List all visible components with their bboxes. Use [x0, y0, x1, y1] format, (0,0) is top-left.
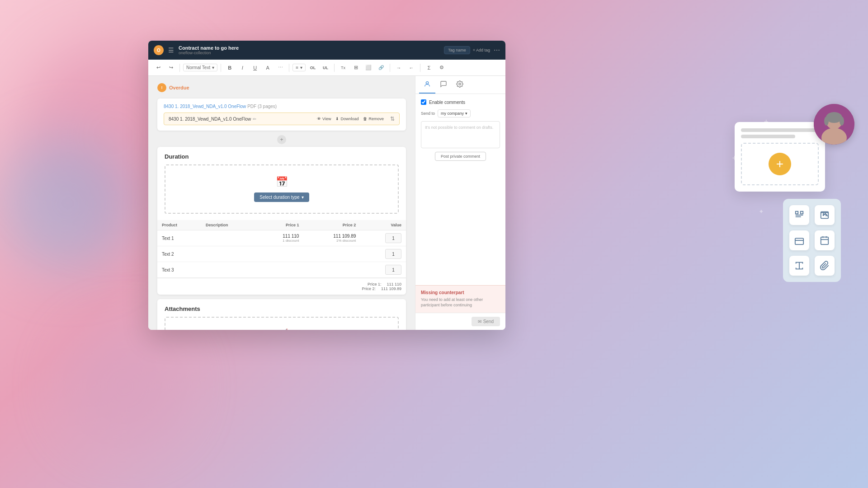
more-options-button[interactable]: ⋯ — [494, 47, 500, 54]
svg-rect-9 — [821, 237, 829, 245]
svg-rect-7 — [795, 238, 803, 244]
svg-point-19 — [840, 117, 844, 126]
row1-description — [201, 230, 258, 246]
settings-btn[interactable]: ⚙ — [436, 62, 447, 73]
sort-btn[interactable]: ⇅ — [390, 116, 395, 122]
clear-format-btn[interactable]: Tx — [338, 62, 349, 73]
contract-title: Contract name to go here — [179, 45, 444, 51]
calendar-icon: 📅 — [276, 176, 288, 188]
send-icon: ✉ — [478, 319, 481, 324]
footer-price1-val: 111 110 — [387, 282, 401, 286]
media-block-icon[interactable] — [789, 230, 809, 250]
hamburger-btn[interactable]: ☰ — [168, 47, 174, 54]
image-btn[interactable]: ⬜ — [363, 62, 374, 73]
footer-price2-val: 111 109.89 — [381, 286, 401, 291]
add-block-btn[interactable]: + — [277, 135, 286, 144]
post-comment-btn[interactable]: Post private comment — [435, 152, 486, 161]
row1-product: Text 1 — [157, 230, 201, 246]
col-price1: Price 1 — [258, 220, 303, 230]
align-dropdown[interactable]: ≡ ▾ — [292, 64, 306, 71]
enable-comments-checkbox[interactable] — [421, 99, 426, 105]
add-tag-button[interactable]: + Add tag — [473, 48, 490, 52]
chevron-icon: ▾ — [465, 111, 467, 116]
ordered-list-btn[interactable]: OL — [307, 62, 318, 73]
download-btn[interactable]: ⬇ Download — [335, 117, 359, 121]
text-color-btn[interactable]: A — [262, 62, 273, 73]
row2-product: Text 2 — [157, 246, 201, 262]
row3-qty — [360, 262, 406, 278]
product-table-icon[interactable] — [815, 205, 835, 225]
add-content-btn[interactable]: + — [769, 153, 791, 175]
svg-point-18 — [824, 117, 829, 126]
svg-point-1 — [459, 83, 461, 85]
overdue-text: Overdue — [169, 85, 189, 90]
file-pdf-info: PDF (3 pages) — [247, 104, 277, 109]
separator-5 — [390, 64, 390, 72]
table-row: Text 2 — [157, 246, 406, 262]
text-line-2 — [741, 135, 795, 138]
view-btn[interactable]: 👁 View — [317, 117, 331, 121]
tag-button[interactable]: Tag name — [444, 46, 470, 54]
row2-price1 — [258, 246, 303, 262]
missing-counterpart-warning: Missing counterpart You need to add at l… — [415, 285, 505, 313]
tab-participants[interactable] — [419, 76, 435, 94]
enable-comments-row: Enable comments — [421, 99, 500, 105]
row3-qty-input[interactable] — [385, 265, 401, 275]
row3-price2 — [303, 262, 360, 278]
duration-block-icon[interactable] — [815, 230, 835, 250]
row1-price1: 111 110 1 discount — [258, 230, 303, 246]
link-btn[interactable]: 🔗 — [376, 62, 387, 73]
italic-btn[interactable]: I — [237, 62, 248, 73]
deco-star-2: ✦ — [759, 208, 764, 215]
send-to-select[interactable]: my company ▾ — [438, 109, 471, 117]
svg-point-0 — [426, 82, 428, 84]
tab-comments[interactable] — [435, 76, 452, 94]
unordered-list-btn[interactable]: UL — [320, 62, 331, 73]
select-duration-btn[interactable]: Select duration type ▾ — [254, 192, 309, 202]
indent-in-btn[interactable]: → — [393, 62, 404, 73]
icon-grid — [783, 199, 841, 282]
missing-desc: You need to add at least one other parti… — [421, 297, 500, 308]
app-logo: O — [154, 45, 164, 55]
text-block-icon[interactable] — [789, 205, 809, 225]
edit-icon[interactable]: ✏ — [253, 117, 256, 122]
tab-settings[interactable] — [452, 76, 468, 94]
formula-block-icon[interactable] — [789, 256, 809, 276]
more-format-btn[interactable]: ⋯ — [275, 62, 286, 73]
table-btn[interactable]: ⊞ — [350, 62, 361, 73]
attachments-placeholder: 🛒 Add attachment — [165, 317, 399, 330]
duration-section: Duration 📅 Select duration type ▾ Produc… — [157, 147, 406, 295]
content-area: ! Overdue 8430 1. 2018_Vewd_NDA_v1.0 One… — [148, 76, 505, 330]
undo-btn[interactable]: ↩ — [153, 62, 164, 73]
row2-qty — [360, 246, 406, 262]
redo-btn[interactable]: ↪ — [165, 62, 176, 73]
row2-qty-input[interactable] — [385, 249, 401, 259]
app-window: O ☰ Contract name to go here oneflow-col… — [148, 41, 505, 330]
duration-title: Duration — [157, 147, 406, 164]
file-link[interactable]: 8430 1. 2018_Vewd_NDA_v1.0 OneFlow — [164, 104, 246, 109]
row3-product: Text 3 — [157, 262, 201, 278]
file-header: 8430 1. 2018_Vewd_NDA_v1.0 OneFlow PDF (… — [164, 104, 400, 109]
attachment-block-icon[interactable] — [815, 256, 835, 276]
file-card: 8430 1. 2018_Vewd_NDA_v1.0 OneFlow PDF (… — [157, 99, 406, 131]
table-row: Text 1 111 110 1 discount 111 109.89 1% … — [157, 230, 406, 246]
add-block-area: + — [157, 135, 406, 144]
row1-qty-input[interactable] — [385, 233, 401, 243]
trash-icon: 🗑 — [363, 117, 367, 121]
missing-title: Missing counterpart — [421, 290, 500, 295]
product-table: Product Description Price 1 Price 2 Valu… — [157, 220, 406, 278]
remove-btn[interactable]: 🗑 Remove — [363, 117, 384, 121]
font-style-dropdown[interactable]: Normal Text ▾ — [183, 64, 217, 71]
bold-btn[interactable]: B — [224, 62, 235, 73]
indent-out-btn[interactable]: ← — [406, 62, 417, 73]
formula-btn[interactable]: Σ — [424, 62, 434, 73]
row3-price1 — [258, 262, 303, 278]
col-value: Value — [360, 220, 406, 230]
send-btn[interactable]: ✉ Send — [472, 317, 500, 326]
underline-btn[interactable]: U — [250, 62, 260, 73]
eye-icon: 👁 — [317, 117, 321, 121]
contract-info: Contract name to go here oneflow-collect… — [179, 45, 444, 55]
right-panel-body: Enable comments Send to my company ▾ It'… — [415, 94, 505, 285]
svg-rect-2 — [796, 211, 798, 214]
text-line-1 — [741, 128, 819, 132]
